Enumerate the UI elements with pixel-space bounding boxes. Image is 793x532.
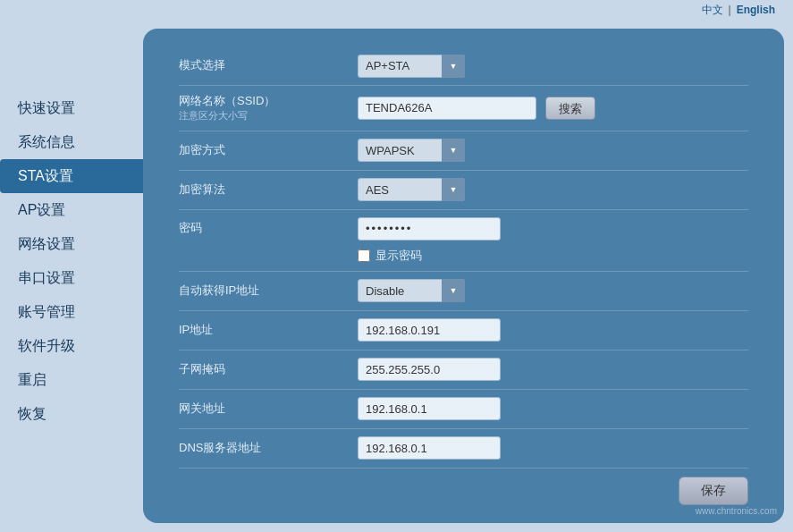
subnet-label: 子网掩码	[179, 361, 358, 377]
show-password-row: 显示密码	[358, 248, 422, 264]
mode-select[interactable]: AP+STA AP STA	[358, 55, 465, 78]
content-panel: 模式选择 AP+STA AP STA 网络名称（SSID） 注意区分大小写	[143, 29, 784, 523]
search-button[interactable]: 搜索	[545, 97, 595, 120]
mode-label: 模式选择	[179, 57, 358, 73]
algorithm-control: AES TKIP AES+TKIP	[358, 178, 465, 201]
gateway-control	[358, 397, 501, 420]
subnet-input[interactable]	[358, 358, 501, 381]
algorithm-label: 加密算法	[179, 182, 358, 198]
auto-ip-select[interactable]: Disable Enable	[358, 279, 465, 302]
gateway-label: 网关地址	[179, 401, 358, 417]
algorithm-row: 加密算法 AES TKIP AES+TKIP	[179, 171, 748, 210]
encrypt-label: 加密方式	[179, 142, 358, 158]
password-row: 密码 显示密码	[179, 210, 748, 272]
encrypt-row: 加密方式 WPAPSK WPA2PSK None	[179, 131, 748, 171]
gateway-row: 网关地址	[179, 390, 748, 429]
sidebar-item-sta-settings[interactable]: STA设置	[0, 159, 143, 193]
ssid-row: 网络名称（SSID） 注意区分大小写 搜索	[179, 86, 748, 131]
sidebar-item-software-upgrade[interactable]: 软件升级	[0, 329, 143, 363]
dns-control	[358, 436, 501, 460]
auto-ip-control: Disable Enable	[358, 279, 465, 302]
ip-control	[358, 318, 501, 342]
sidebar: 快速设置 系统信息 STA设置 AP设置 网络设置 串口设置 账号管理 软件升级…	[0, 20, 143, 532]
auto-ip-row: 自动获得IP地址 Disable Enable	[179, 272, 748, 311]
show-password-label[interactable]: 显示密码	[375, 248, 422, 264]
password-input[interactable]	[358, 217, 501, 241]
encrypt-select-wrapper: WPAPSK WPA2PSK None	[358, 139, 465, 162]
encrypt-select[interactable]: WPAPSK WPA2PSK None	[358, 139, 465, 162]
ip-input[interactable]	[358, 318, 501, 342]
sidebar-item-reboot[interactable]: 重启	[0, 363, 143, 397]
ssid-input[interactable]	[358, 97, 536, 120]
dns-input[interactable]	[358, 436, 501, 460]
lang-separator: |	[729, 4, 731, 16]
ssid-label: 网络名称（SSID） 注意区分大小写	[179, 93, 358, 123]
dns-row: DNS服务器地址	[179, 429, 748, 469]
auto-ip-select-wrapper: Disable Enable	[358, 279, 465, 302]
mode-select-wrapper: AP+STA AP STA	[358, 55, 465, 78]
password-control	[358, 217, 501, 241]
subnet-row: 子网掩码	[179, 350, 748, 390]
sidebar-item-system-info[interactable]: 系统信息	[0, 125, 143, 159]
subnet-control	[358, 358, 501, 381]
main-layout: 快速设置 系统信息 STA设置 AP设置 网络设置 串口设置 账号管理 软件升级…	[0, 20, 793, 532]
dns-label: DNS服务器地址	[179, 440, 358, 456]
sidebar-item-quick-setup[interactable]: 快速设置	[0, 91, 143, 125]
ssid-control: 搜索	[358, 97, 595, 120]
gateway-input[interactable]	[358, 397, 501, 420]
show-password-checkbox[interactable]	[358, 249, 370, 262]
encrypt-control: WPAPSK WPA2PSK None	[358, 139, 465, 162]
watermark: www.chntronics.com	[696, 506, 777, 516]
sidebar-item-restore[interactable]: 恢复	[0, 397, 143, 431]
password-label: 密码	[179, 220, 358, 236]
ip-row: IP地址	[179, 311, 748, 350]
sidebar-item-network-settings[interactable]: 网络设置	[0, 227, 143, 261]
ip-label: IP地址	[179, 322, 358, 338]
mode-row: 模式选择 AP+STA AP STA	[179, 46, 748, 86]
lang-en[interactable]: English	[737, 4, 775, 16]
sidebar-item-ap-settings[interactable]: AP设置	[0, 193, 143, 227]
top-bar: 中文 | English	[0, 0, 793, 20]
sidebar-item-account-mgmt[interactable]: 账号管理	[0, 295, 143, 329]
mode-control: AP+STA AP STA	[358, 55, 465, 78]
auto-ip-label: 自动获得IP地址	[179, 283, 358, 299]
algorithm-select-wrapper: AES TKIP AES+TKIP	[358, 178, 465, 201]
algorithm-select[interactable]: AES TKIP AES+TKIP	[358, 178, 465, 201]
lang-cn[interactable]: 中文	[702, 3, 723, 18]
sidebar-item-serial-settings[interactable]: 串口设置	[0, 261, 143, 295]
save-button[interactable]: 保存	[679, 477, 748, 505]
